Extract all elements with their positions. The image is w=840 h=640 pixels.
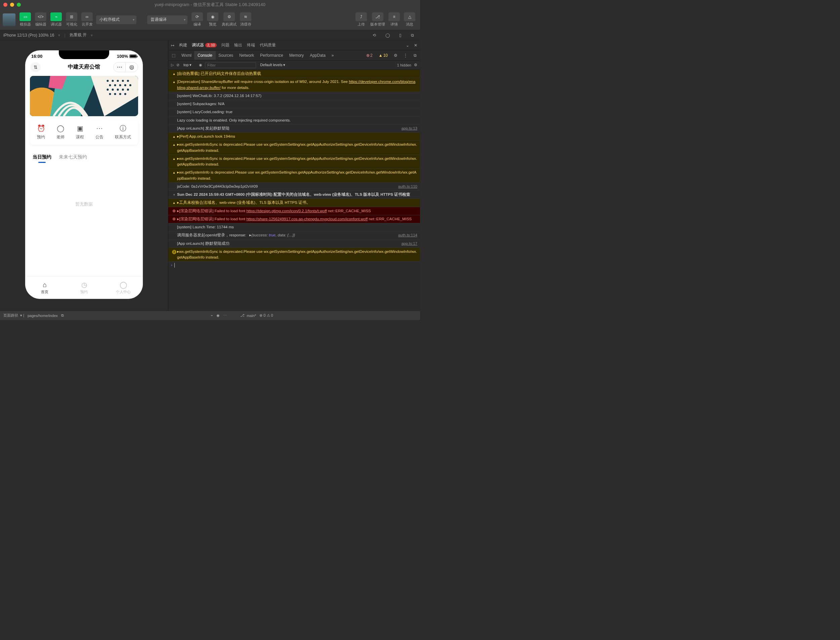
more-status-icon[interactable]: ⋯ (223, 313, 227, 318)
console-log-row[interactable]: ▸wx.getSystemInfo is deprecated.Please u… (168, 168, 420, 182)
device-selector[interactable]: iPhone 12/13 (Pro) 100% 16 (3, 33, 54, 38)
gear-icon[interactable]: ⚙ (414, 63, 417, 67)
compile-dropdown[interactable]: 普通编译 (147, 16, 188, 24)
editor-toggle[interactable]: </> 编辑器 (34, 13, 48, 27)
log-source-link[interactable]: app.ts:13 (399, 126, 417, 131)
log-source-link[interactable]: app.ts:17 (399, 241, 417, 246)
maximize-window-button[interactable] (17, 3, 21, 7)
tabbar-profile[interactable]: ◯ 个人中心 (104, 276, 143, 299)
console-log-row[interactable]: [system] WeChatLib: 3.7.2 (2024.12.16 14… (168, 92, 420, 100)
tabbar-home[interactable]: ⌂ 首页 (25, 276, 64, 299)
console-log-row[interactable]: [App onLaunch] 发起静默登陆app.ts:13 (168, 125, 420, 133)
page-path[interactable]: pages/home/index (27, 314, 58, 318)
minimize-window-button[interactable] (10, 3, 14, 7)
warning-count[interactable]: ▲ 10 (379, 53, 388, 58)
panel-network[interactable]: Network (239, 51, 254, 60)
preview-button[interactable]: ◉ 预览 (205, 13, 220, 27)
git-branch[interactable]: ⎇ main* (240, 313, 256, 318)
console-log-row[interactable]: 调用服务器发起openId登录，response: ▸{success: tru… (168, 231, 420, 239)
console-log-row[interactable]: ▸工具未校验合法域名、web-view (业务域名)、TLS 版本以及 HTTP… (168, 199, 420, 207)
remote-debug-button[interactable]: ⚙ 真机调试 (220, 13, 238, 27)
menu-teacher[interactable]: ◯ 老师 (56, 124, 64, 140)
hotreload-toggle[interactable]: 热重载 开 (69, 32, 87, 38)
toggle-panel-icon[interactable]: ↦ (171, 43, 175, 48)
console-log-row[interactable]: [Deprecation] SharedArrayBuffer will req… (168, 78, 420, 92)
log-link[interactable]: https://developer.chrome.com/blog/enabli… (177, 80, 415, 89)
inspect-icon[interactable]: ⬚ (172, 53, 175, 58)
user-avatar[interactable] (3, 13, 16, 26)
dock-icon[interactable]: ⧉ (414, 53, 417, 58)
panel-appdata[interactable]: AppData (310, 51, 325, 60)
panel-performance[interactable]: Performance (260, 51, 283, 60)
tab-terminal[interactable]: 终端 (247, 42, 255, 48)
clear-cache-button[interactable]: ≋ 清缓存 (238, 13, 253, 27)
gear-icon[interactable]: ⚙ (394, 53, 398, 58)
clear-console-icon[interactable]: ⊘ (176, 63, 180, 67)
panel-memory[interactable]: Memory (289, 51, 304, 60)
swap-location-button[interactable]: ⇅ (30, 62, 41, 72)
details-button[interactable]: ≡ 详情 (386, 13, 402, 27)
tab-today[interactable]: 当日预约 (33, 154, 51, 162)
console-log-row[interactable]: [App onLaunch] 静默登陆成功app.ts:17 (168, 240, 420, 248)
console-log-row[interactable]: ▸wx.getSystemInfoSync is deprecated.Plea… (168, 248, 420, 262)
console-log-row[interactable]: [system] Launch Time: 11744 ms (168, 223, 420, 231)
cloud-toggle[interactable]: ∞ 云开发 (80, 13, 94, 27)
console-log-row[interactable]: [system] Subpackages: N/A (168, 100, 420, 108)
panel-console[interactable]: Console (194, 51, 216, 60)
console-log-row[interactable]: ▸[Perf] App.onLaunch took 194ms (168, 133, 420, 141)
capsule-menu-button[interactable]: ⋯ (114, 62, 126, 72)
console-log-row[interactable]: ▸wx.getSystemInfoSync is deprecated.Plea… (168, 155, 420, 169)
git-sync[interactable]: ⊗ 0 ⚠ 0 (260, 313, 273, 318)
console-prompt[interactable] (168, 262, 420, 269)
menu-contact[interactable]: ⓘ 联系方式 (115, 124, 131, 140)
console-log-row[interactable]: [system] LazyCodeLoading: true (168, 108, 420, 116)
tabbar-reserve[interactable]: ◷ 预约 (64, 276, 104, 299)
version-button[interactable]: ⎇ 版本管理 (369, 13, 386, 27)
copy-icon[interactable]: ⧉ (411, 33, 414, 38)
console-log-row[interactable]: ▸[渲染层网络层错误] Failed to load font https://… (168, 215, 420, 223)
panel-wxml[interactable]: Wxml (181, 51, 192, 60)
console-log-row[interactable]: [自动热重载] 已开启代码文件保存后自动热重载 (168, 70, 420, 78)
log-link[interactable]: https://share-1256249917.cos.ap-chengdu.… (246, 217, 367, 221)
log-source-link[interactable]: auth.ts:114 (396, 232, 417, 238)
tab-code-quality[interactable]: 代码质量 (260, 42, 276, 48)
levels-selector[interactable]: Default levels ▾ (259, 62, 290, 68)
chevron-down-icon[interactable]: ⌄ (406, 43, 409, 48)
hidden-count[interactable]: 1 hidden (397, 63, 411, 67)
copy-path-icon[interactable]: ⧉ (61, 313, 64, 318)
rotate-icon[interactable]: ⟲ (373, 33, 376, 38)
console-output[interactable]: [自动热重载] 已开启代码文件保存后自动热重载[Deprecation] Sha… (168, 70, 420, 310)
simulator-toggle[interactable]: ▭ 模拟器 (18, 13, 32, 27)
compile-button[interactable]: ⟳ 编译 (189, 13, 205, 27)
stop-icon[interactable]: ◯ (385, 33, 390, 38)
console-log-row[interactable]: Lazy code loading is enabled. Only injec… (168, 117, 420, 125)
log-source-link[interactable]: auth.ts:110 (396, 184, 417, 189)
upload-button[interactable]: ⤴ 上传 (353, 13, 369, 27)
eye-status-icon[interactable]: ◉ (216, 313, 220, 318)
close-icon[interactable]: ✕ (414, 43, 417, 48)
banner-image[interactable] (30, 76, 138, 116)
visualize-toggle[interactable]: ⊞ 可视化 (64, 13, 79, 27)
context-selector[interactable]: top ▾ (182, 62, 196, 68)
panel-sources[interactable]: Sources (218, 51, 233, 60)
log-link[interactable]: https://tdesign.gtimg.com/icon/0.2.1/fon… (246, 209, 327, 213)
tab-debugger[interactable]: 调试器 2, 10 (192, 42, 217, 48)
notifications-button[interactable]: △ 消息 (402, 13, 417, 27)
menu-course[interactable]: ▣ 课程 (76, 124, 84, 140)
close-window-button[interactable] (3, 3, 7, 7)
tab-week[interactable]: 未来七天预约 (59, 154, 87, 162)
menu-reserve[interactable]: ⏰ 预约 (37, 124, 45, 140)
more-panels-icon[interactable]: » (332, 53, 334, 58)
error-count[interactable]: ⊗ 2 (366, 53, 373, 58)
console-log-row[interactable]: ▸[渲染层网络层错误] Failed to load font https://… (168, 207, 420, 215)
tab-build[interactable]: 构建 (179, 42, 187, 48)
console-log-row[interactable]: jsCode: 0a1vVr0w3Cp8443clp0w3ep1pt2vVr09… (168, 182, 420, 191)
mode-dropdown[interactable]: 小程序模式 (96, 16, 136, 24)
menu-notice[interactable]: ⋯ 公告 (95, 124, 104, 140)
debugger-toggle[interactable]: ⌁ 调试器 (49, 13, 63, 27)
capsule-close-button[interactable]: ◎ (126, 62, 138, 72)
bug-status-icon[interactable]: ⌁ (211, 313, 213, 318)
eye-icon[interactable]: ◉ (199, 63, 202, 67)
console-log-row[interactable]: Sun Dec 22 2024 15:59:43 GMT+0800 (中国标准时… (168, 191, 420, 199)
tab-issues[interactable]: 问题 (221, 42, 229, 48)
